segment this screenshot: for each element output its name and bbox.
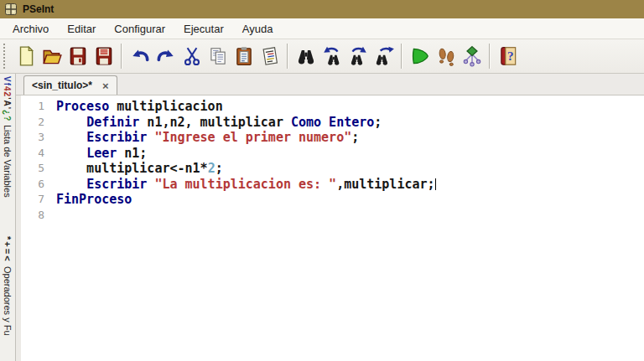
left-panel-tabs: Vf42'A'¿? Lista de Variables *+=< Operad… bbox=[0, 74, 16, 361]
step-run-button[interactable] bbox=[433, 43, 459, 70]
code-line[interactable]: 2 Definir n1,n2, multiplicar Como Entero… bbox=[16, 115, 644, 131]
open-folder-icon bbox=[41, 45, 63, 67]
app-icon bbox=[5, 3, 17, 15]
tab-sin-titulo[interactable]: <sin_titulo>* × bbox=[23, 75, 117, 95]
save-button[interactable] bbox=[65, 43, 91, 70]
tab-close-icon[interactable]: × bbox=[102, 80, 109, 92]
menu-ayuda[interactable]: Ayuda bbox=[233, 20, 283, 38]
code-line[interactable]: 1Proceso multiplicacion bbox=[16, 99, 644, 115]
toolbar-separator bbox=[121, 44, 122, 69]
binoculars-next-icon bbox=[347, 45, 369, 67]
find-next-button[interactable] bbox=[345, 43, 371, 70]
find-previous-button[interactable] bbox=[319, 43, 345, 70]
replace-button[interactable] bbox=[371, 43, 397, 70]
paste-button[interactable] bbox=[231, 43, 257, 70]
operators-symbols-icon: *+=< bbox=[3, 236, 13, 263]
code-line[interactable]: 3 Escribir "Ingrese el primer numero"; bbox=[16, 130, 644, 146]
code-line[interactable]: 7FinProceso bbox=[16, 192, 644, 208]
title-bar: PSeInt bbox=[0, 0, 644, 18]
window-title: PSeInt bbox=[23, 3, 54, 15]
redo-button[interactable] bbox=[153, 43, 179, 70]
editor-pane: <sin_titulo>* × 1Proceso multiplicacion2… bbox=[16, 74, 644, 361]
help-book-icon: ? bbox=[497, 45, 519, 67]
find-button[interactable] bbox=[293, 43, 319, 70]
toolbar-grip[interactable] bbox=[3, 44, 9, 69]
toolbar: ? bbox=[0, 39, 644, 74]
line-number: 3 bbox=[16, 130, 44, 146]
line-number: 5 bbox=[16, 161, 44, 177]
tab-label: <sin_titulo>* bbox=[32, 80, 92, 91]
save-all-floppy-icon bbox=[93, 45, 115, 67]
code-line[interactable]: 5 multiplicar<-n1*2; bbox=[16, 161, 644, 177]
tab-strip: <sin_titulo>* × bbox=[16, 74, 644, 95]
open-file-button[interactable] bbox=[39, 43, 65, 70]
run-button[interactable] bbox=[407, 43, 433, 70]
line-number: 7 bbox=[16, 192, 44, 208]
paste-clipboard-icon bbox=[233, 45, 255, 67]
panel-tab-variables[interactable]: Vf42'A'¿? Lista de Variables bbox=[3, 74, 13, 198]
line-number: 4 bbox=[16, 146, 44, 162]
new-file-icon bbox=[15, 45, 37, 67]
scissors-icon bbox=[181, 45, 203, 67]
line-number: 1 bbox=[16, 99, 44, 115]
binoculars-replace-icon bbox=[373, 45, 395, 67]
copy-button[interactable] bbox=[205, 43, 231, 70]
binoculars-icon bbox=[295, 45, 317, 67]
undo-arrow-icon bbox=[129, 45, 151, 67]
variables-types-icon: Vf42'A'¿? bbox=[3, 76, 12, 121]
footprints-icon bbox=[435, 45, 457, 67]
flowchart-icon bbox=[461, 45, 483, 67]
redo-arrow-icon bbox=[155, 45, 177, 67]
menu-archivo[interactable]: Archivo bbox=[3, 20, 58, 38]
code-line[interactable]: 4 Leer n1; bbox=[16, 146, 644, 162]
undo-button[interactable] bbox=[127, 43, 153, 70]
text-caret bbox=[435, 178, 436, 190]
toolbar-separator bbox=[489, 44, 491, 69]
menu-ejecutar[interactable]: Ejecutar bbox=[174, 20, 233, 38]
line-number: 2 bbox=[16, 115, 44, 131]
variables-panel-label: Lista de Variables bbox=[3, 125, 13, 198]
new-file-button[interactable] bbox=[13, 43, 39, 70]
panel-tab-operators[interactable]: *+=< Operadores y Fu bbox=[3, 198, 13, 335]
code-editor[interactable]: 1Proceso multiplicacion2 Definir n1,n2, … bbox=[16, 95, 644, 361]
binoculars-prev-icon bbox=[321, 45, 343, 67]
main-area: Vf42'A'¿? Lista de Variables *+=< Operad… bbox=[0, 74, 644, 361]
run-play-icon bbox=[409, 45, 431, 67]
operators-panel-label: Operadores y Fu bbox=[3, 266, 13, 336]
save-all-button[interactable] bbox=[91, 43, 117, 70]
svg-text:?: ? bbox=[506, 49, 513, 63]
menu-editar[interactable]: Editar bbox=[58, 20, 105, 38]
fix-indent-button[interactable] bbox=[257, 43, 283, 70]
draw-flowchart-button[interactable] bbox=[459, 43, 485, 70]
toolbar-separator bbox=[401, 44, 402, 69]
line-number: 8 bbox=[16, 208, 44, 224]
cut-button[interactable] bbox=[179, 43, 205, 70]
code-lines: 1Proceso multiplicacion2 Definir n1,n2, … bbox=[16, 99, 644, 223]
menu-configurar[interactable]: Configurar bbox=[105, 20, 174, 38]
line-number: 6 bbox=[16, 177, 44, 193]
code-line[interactable]: 8 bbox=[16, 208, 644, 224]
code-line[interactable]: 6 Escribir "La multiplicacion es: ",mult… bbox=[16, 177, 644, 193]
pseint-window: PSeInt Archivo Editar Configurar Ejecuta… bbox=[0, 0, 644, 361]
indent-page-icon bbox=[259, 45, 281, 67]
toolbar-separator bbox=[287, 44, 288, 69]
save-floppy-icon bbox=[67, 45, 89, 67]
menu-bar: Archivo Editar Configurar Ejecutar Ayuda bbox=[0, 18, 644, 39]
help-button[interactable]: ? bbox=[495, 43, 521, 70]
copy-pages-icon bbox=[207, 45, 229, 67]
